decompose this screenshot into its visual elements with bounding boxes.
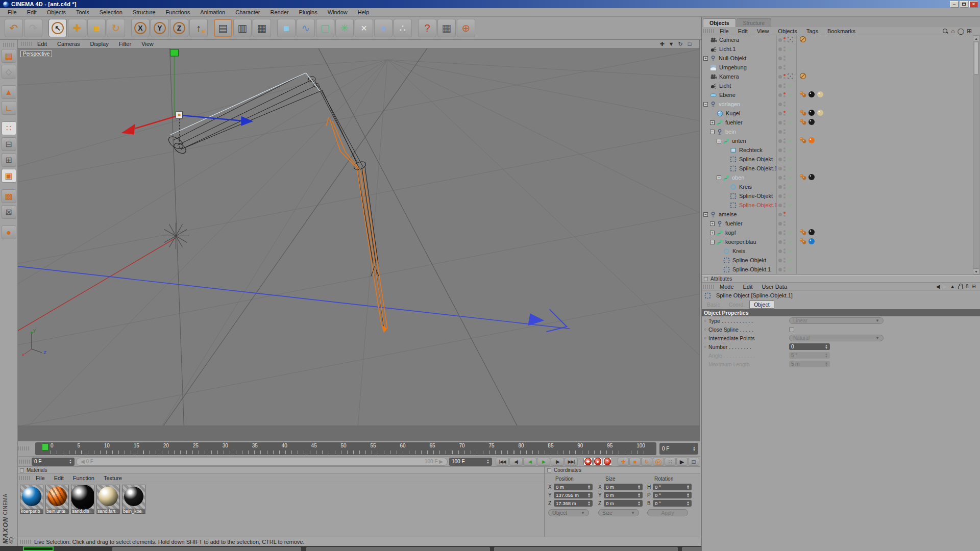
context-help-button[interactable]: ? <box>418 19 436 37</box>
render-view-button[interactable]: ▤ <box>214 19 232 37</box>
stepper-icon[interactable]: ▲▼ <box>638 501 641 506</box>
lock-icon[interactable] <box>958 286 963 289</box>
state-icon[interactable]: ◯ <box>958 28 964 35</box>
tree-row-rechteck[interactable]: Rechteck✓ <box>702 145 980 155</box>
visibility-dots[interactable] <box>783 184 786 189</box>
anim-dot-icon[interactable]: ○ <box>704 327 708 332</box>
enabled-check-icon[interactable]: ✓ <box>787 203 793 208</box>
visibility-dots[interactable] <box>783 267 786 272</box>
layer-dot[interactable] <box>778 148 782 152</box>
coord-field-position-z[interactable]: 17.368 m▲▼ <box>554 500 593 507</box>
collapse-icon[interactable]: − <box>703 102 708 107</box>
visibility-dots[interactable] <box>783 74 786 79</box>
scroll-up-icon[interactable]: ▲ <box>973 36 979 41</box>
history-back-icon[interactable]: ◀ <box>936 284 940 289</box>
menu-item-view[interactable]: View <box>752 28 774 35</box>
menu-item-edit[interactable]: Edit <box>50 474 68 482</box>
current-frame-marker[interactable] <box>42 443 48 450</box>
add-particles-button[interactable]: ∴ <box>394 19 412 37</box>
next-key-button[interactable]: |▶ <box>551 458 564 466</box>
edges-mode-button[interactable]: ⊟ <box>2 137 16 151</box>
phong-tag-icon[interactable] <box>799 91 806 99</box>
material-swatch[interactable]: bein.unte <box>45 485 69 515</box>
visibility-dots[interactable] <box>783 92 786 97</box>
menu-item-objects[interactable]: Objects <box>773 28 801 35</box>
material-swatch[interactable]: sand.dis <box>71 485 94 515</box>
goto-start-button[interactable]: |◀◀ <box>496 458 509 466</box>
layer-dot[interactable] <box>778 231 782 235</box>
texture-tag-icon[interactable] <box>817 91 824 99</box>
add-icon[interactable]: ⊞ <box>967 28 972 35</box>
camera-target-icon[interactable] <box>787 73 793 80</box>
home-icon[interactable]: ⌂ <box>951 28 954 35</box>
add-hypernurbs-button[interactable]: ▢ <box>316 19 334 37</box>
attr-stepper-field[interactable]: 0▲▼ <box>789 343 830 350</box>
menu-item-render[interactable]: Render <box>266 9 293 16</box>
visibility-dots[interactable] <box>783 239 786 244</box>
visibility-dots[interactable] <box>783 193 786 198</box>
object-axis-tool-button[interactable]: ▲ <box>2 85 16 99</box>
stepper-icon[interactable]: ▲▼ <box>687 493 690 498</box>
menu-item-character[interactable]: Character <box>231 9 264 16</box>
render-picture-viewer-button[interactable]: ▥ <box>233 19 252 37</box>
menu-item-edit[interactable]: Edit <box>733 28 752 35</box>
tree-row-camera[interactable]: Camera <box>702 35 980 44</box>
texture-tag-icon[interactable] <box>808 109 815 117</box>
menu-item-cameras[interactable]: Cameras <box>52 41 85 47</box>
stepper-icon[interactable]: ▲▼ <box>825 353 828 358</box>
layer-dot[interactable] <box>778 47 782 51</box>
enabled-check-icon[interactable]: ✓ <box>787 184 793 190</box>
anim-dot-icon[interactable]: ○ <box>704 344 708 349</box>
menu-item-edit[interactable]: Edit <box>22 9 41 16</box>
layer-dot[interactable] <box>778 57 782 60</box>
coord-field-rotation-p[interactable]: 0 °▲▼ <box>653 492 692 498</box>
size-dropdown[interactable]: Size▼ <box>598 509 639 516</box>
material-swatch[interactable]: bein_koe <box>122 485 145 515</box>
phong-tag-icon[interactable] <box>799 109 806 117</box>
stepper-icon[interactable]: ▲▼ <box>638 485 641 490</box>
menu-item-user-data[interactable]: User Data <box>757 283 792 290</box>
visibility-dots[interactable] <box>783 248 786 254</box>
layer-dot[interactable] <box>778 176 782 180</box>
texture-tag-icon[interactable] <box>808 229 815 237</box>
menu-item-edit[interactable]: Edit <box>32 41 52 47</box>
add-cube-object-button[interactable]: ■ <box>277 19 296 37</box>
layer-dot[interactable] <box>778 213 782 216</box>
attr-checkbox[interactable] <box>789 327 794 332</box>
collapse-icon[interactable]: − <box>703 212 708 217</box>
stepper-icon[interactable]: ▲▼ <box>587 501 591 506</box>
enabled-check-icon[interactable]: ✓ <box>787 157 793 162</box>
attr-stepper-field[interactable]: 5 °▲▼ <box>789 352 830 359</box>
noentry-tag-icon[interactable] <box>799 72 806 81</box>
key-scale-button[interactable]: ■ <box>629 458 641 466</box>
enabled-check-icon[interactable]: ✓ <box>787 46 793 52</box>
layer-dot[interactable] <box>778 158 782 161</box>
tree-row-licht[interactable]: Licht✓ <box>702 81 980 90</box>
collapse-icon[interactable]: − <box>717 139 721 143</box>
redo-button[interactable]: ↷ <box>24 19 42 37</box>
search-icon[interactable] <box>942 28 948 34</box>
menu-item-animation[interactable]: Animation <box>195 9 230 16</box>
tree-row-kugel[interactable]: Kugel✓ <box>702 109 980 118</box>
stepper-icon[interactable]: ▲▼ <box>638 493 641 498</box>
viewport-maximize-icon[interactable]: □ <box>686 41 693 47</box>
menu-item-file[interactable]: File <box>715 28 733 35</box>
attr-tab-object[interactable]: Object <box>749 300 774 309</box>
enabled-check-icon[interactable]: ✓ <box>787 120 793 126</box>
make-editable-button[interactable]: ◇ <box>2 65 16 79</box>
layer-dot[interactable] <box>778 249 782 253</box>
layer-dot[interactable] <box>778 222 782 226</box>
new-window-icon[interactable]: ⊞ <box>972 284 976 289</box>
record-keyframe-button[interactable]: ✚ <box>583 458 593 466</box>
layer-dot[interactable] <box>778 185 782 189</box>
add-array-button[interactable]: ✳ <box>335 19 354 37</box>
menu-item-functions[interactable]: Functions <box>161 9 195 16</box>
attr-dropdown[interactable]: Linear▼ <box>789 317 884 324</box>
timeline-ruler[interactable]: 0510152025303540455055606570758085909510… <box>35 442 656 455</box>
stepper-icon[interactable]: ▲▼ <box>825 362 828 367</box>
expand-icon[interactable]: + <box>710 231 715 235</box>
menu-item-structure[interactable]: Structure <box>128 9 160 16</box>
parent-icon[interactable]: ▲ <box>950 284 955 289</box>
visibility-dots[interactable] <box>783 147 786 153</box>
apply-button[interactable]: Apply <box>647 509 688 516</box>
